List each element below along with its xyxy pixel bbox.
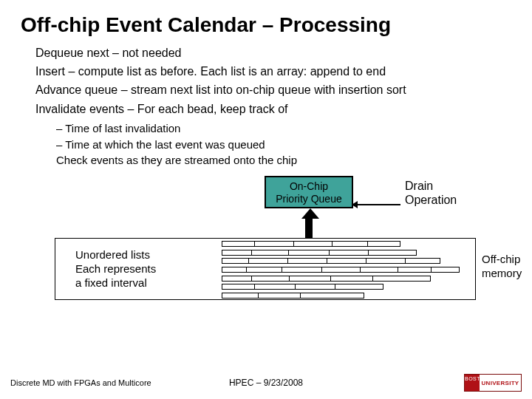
sub-bullet-item: Check events as they are streamed onto t… (56, 152, 497, 168)
list-row (222, 258, 440, 264)
list-row (222, 284, 383, 290)
logo-sub: UNIVERSITY (480, 380, 521, 386)
sub-bullet-item: Time of last invalidation (56, 120, 497, 137)
list-row (222, 293, 364, 299)
list-row (222, 241, 400, 247)
slide-title: Off-chip Event Calendar – Processing (0, 0, 532, 44)
priority-queue-box: On-ChipPriority Queue (265, 176, 353, 208)
uplink-arrow-icon (301, 208, 316, 238)
drain-label: DrainOperation (405, 179, 457, 207)
bullet-item: Insert – compute list as before. Each li… (35, 63, 497, 80)
list-rows (222, 241, 460, 299)
slide: Off-chip Event Calendar – Processing Deq… (0, 0, 532, 399)
sub-bullet-list: Time of last invalidation Time at which … (35, 120, 497, 168)
sub-bullet-item: Time at which the last event was queued (56, 137, 497, 153)
list-row (222, 250, 417, 256)
bullet-item: Invalidate events – For each bead, keep … (35, 100, 497, 117)
bullet-list: Dequeue next – not needed Insert – compu… (35, 44, 497, 117)
diagram: On-ChipPriority Queue DrainOperation Uno (37, 176, 495, 324)
bullet-item: Advance queue – stream next list into on… (35, 81, 497, 98)
right-note: Off-chipmemory (482, 253, 522, 281)
logo-word: BOSTON (465, 375, 480, 391)
list-row (222, 267, 460, 273)
list-row (222, 276, 431, 282)
left-note: Unordered listsEach representsa fixed in… (75, 248, 156, 290)
footer: HPEC – 9/23/2008 Discrete MD with FPGAs … (0, 374, 532, 392)
bullet-item: Dequeue next – not needed (35, 44, 497, 61)
content-area: Dequeue next – not needed Insert – compu… (0, 44, 532, 324)
drain-arrow-icon (356, 204, 400, 205)
boston-university-logo: BOSTON UNIVERSITY (464, 374, 522, 392)
footer-left: Discrete MD with FPGAs and Multicore (10, 378, 151, 387)
